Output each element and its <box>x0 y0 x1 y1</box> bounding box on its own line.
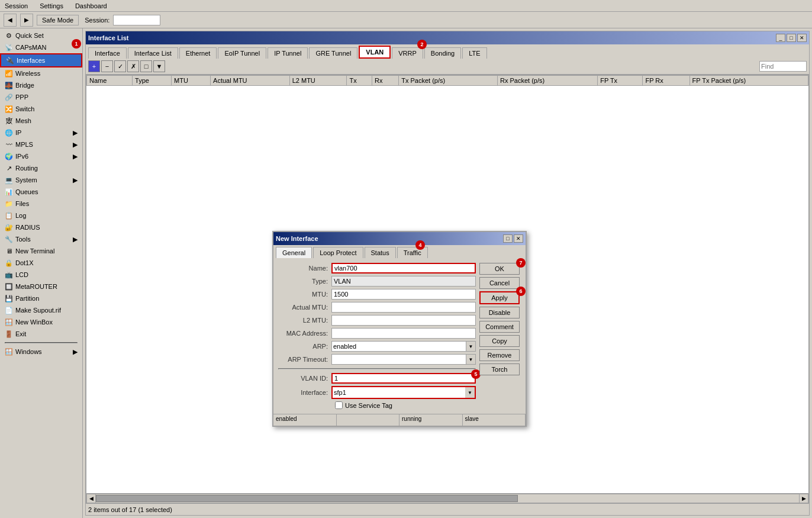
name-label: Name: <box>278 265 331 272</box>
mac-label: MAC Address: <box>278 330 331 337</box>
content-area: Interface List _ □ ✕ 2 Interface Interfa… <box>83 28 812 518</box>
arp-timeout-select[interactable] <box>331 354 466 365</box>
badge-4: 4 <box>415 240 425 250</box>
interface-label: Interface: <box>278 389 331 396</box>
interface-row: Interface: ▼ <box>278 386 476 399</box>
interface-select-wrapper: ▼ <box>331 386 476 399</box>
main-layout: ⚙ Quick Set 📡 CAPsMAN 1 🔌 Interfaces 📶 W… <box>0 28 812 518</box>
cancel-button[interactable]: Cancel <box>479 277 520 289</box>
arp-select-wrapper: ▼ <box>331 341 476 352</box>
remove-button-dialog[interactable]: Remove <box>479 349 520 361</box>
arp-dropdown-btn[interactable]: ▼ <box>466 341 476 352</box>
l2-mtu-input[interactable] <box>331 315 476 326</box>
interface-select[interactable] <box>333 387 465 398</box>
dialog-form: Name: Type: MTU: <box>278 263 476 409</box>
arp-timeout-label: ARP Timeout: <box>278 356 331 363</box>
new-interface-dialog: New Interface □ ✕ 4 General Loop Protect… <box>272 231 527 427</box>
dialog-maximize[interactable]: □ <box>503 234 513 243</box>
dialog-tabs: 4 General Loop Protect Status Traffic <box>273 245 526 258</box>
copy-button-dialog[interactable]: Copy <box>479 335 520 347</box>
l2-mtu-label: L2 MTU: <box>278 317 331 324</box>
arp-row: ARP: ▼ <box>278 341 476 352</box>
mtu-input[interactable] <box>331 289 476 300</box>
dialog-status-running: running <box>399 414 463 426</box>
actual-mtu-row: Actual MTU: <box>278 302 476 313</box>
dialog-actions: OK 7 Cancel Apply 6 Disable Comment Copy… <box>479 263 521 409</box>
arp-label: ARP: <box>278 343 331 350</box>
dialog-tab-loop-protect[interactable]: Loop Protect <box>313 247 363 258</box>
actual-mtu-label: Actual MTU: <box>278 304 331 311</box>
comment-button[interactable]: Comment <box>479 321 520 333</box>
dialog-status-col2 <box>337 414 400 426</box>
use-service-tag-row: Use Service Tag <box>335 401 476 409</box>
torch-button[interactable]: Torch <box>479 363 520 375</box>
badge-7: 7 <box>516 258 526 268</box>
ok-button[interactable]: OK <box>479 263 520 275</box>
dialog-status-enabled: enabled <box>273 414 337 426</box>
dialog-controls: □ ✕ <box>503 234 523 243</box>
dialog-body: Name: Type: MTU: <box>273 258 526 414</box>
use-service-tag-label: Use Service Tag <box>345 402 392 409</box>
arp-timeout-row: ARP Timeout: ▼ <box>278 354 476 365</box>
mtu-label: MTU: <box>278 291 331 298</box>
arp-select[interactable] <box>331 341 466 352</box>
vlan-id-label: VLAN ID: <box>278 375 331 382</box>
badge-6: 6 <box>516 287 526 296</box>
interface-dropdown-btn[interactable]: ▼ <box>465 387 475 398</box>
badge-2: 2 <box>417 40 427 49</box>
arp-timeout-dropdown-btn[interactable]: ▼ <box>466 354 476 365</box>
dialog-close[interactable]: ✕ <box>514 234 523 243</box>
arp-timeout-wrapper: ▼ <box>331 354 476 365</box>
use-service-tag-checkbox[interactable] <box>335 401 343 409</box>
name-input[interactable] <box>331 263 476 274</box>
name-row: Name: <box>278 263 476 274</box>
dialog-titlebar: New Interface □ ✕ <box>273 232 526 245</box>
type-label: Type: <box>278 278 331 285</box>
type-row: Type: <box>278 276 476 287</box>
type-input <box>331 276 476 287</box>
dialog-status-bar: enabled running slave <box>273 414 526 426</box>
mtu-row: MTU: <box>278 289 476 300</box>
mac-input[interactable] <box>331 328 476 339</box>
actual-mtu-input[interactable] <box>331 302 476 313</box>
dialog-overlay: New Interface □ ✕ 4 General Loop Protect… <box>0 0 812 518</box>
dialog-tab-status[interactable]: Status <box>365 247 396 258</box>
vlan-id-row: VLAN ID: 5 <box>278 373 476 384</box>
mac-row: MAC Address: <box>278 328 476 339</box>
dialog-tab-general[interactable]: General <box>276 247 312 258</box>
dialog-title: New Interface <box>276 235 503 242</box>
apply-button[interactable]: Apply <box>479 291 520 304</box>
disable-button[interactable]: Disable <box>479 307 520 318</box>
dialog-status-slave: slave <box>463 414 526 426</box>
vlan-id-input[interactable] <box>331 373 476 384</box>
l2-mtu-row: L2 MTU: <box>278 315 476 326</box>
